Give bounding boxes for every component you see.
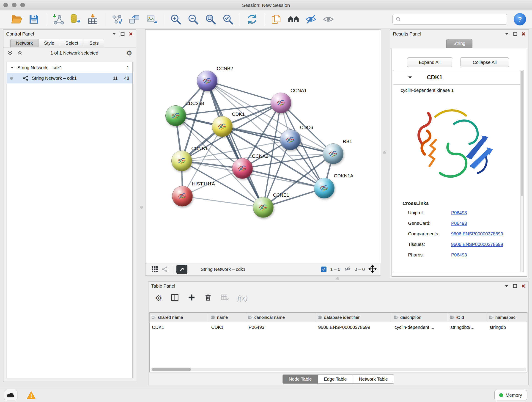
cell-namespace[interactable]: stringdb <box>487 322 527 332</box>
left-splitter-handle[interactable] <box>140 206 143 209</box>
network-node-RB1[interactable] <box>323 143 343 164</box>
window-zoom-button[interactable] <box>20 3 25 7</box>
show-columns-icon[interactable] <box>171 293 179 303</box>
column-header-shared-name[interactable]: shared name <box>150 313 209 322</box>
hidden-eye-icon[interactable] <box>344 265 351 273</box>
zoom-selected-button[interactable] <box>221 13 234 26</box>
pan-crosshair-icon[interactable] <box>368 265 377 274</box>
network-canvas[interactable]: CCNB2CCNA1CDC25BCDK1CDC6RB1CCNB1CCNA2CDK… <box>146 30 381 263</box>
tree-expand-icon[interactable] <box>10 65 14 70</box>
import-table-button[interactable] <box>86 13 99 26</box>
network-node-HIST1H1A[interactable] <box>172 186 193 206</box>
expand-all-networks-icon[interactable] <box>17 50 23 56</box>
column-header-name[interactable]: name <box>209 313 246 322</box>
birds-eye-view-icon[interactable] <box>150 265 160 274</box>
network-node-CDC6[interactable] <box>280 129 301 150</box>
first-neighbors-button[interactable] <box>287 13 300 26</box>
column-header-description[interactable]: description <box>392 313 448 322</box>
network-node-CCNB2[interactable] <box>197 70 217 91</box>
column-header-database-identifier[interactable]: database identifier <box>316 313 392 322</box>
column-header-canonical-name[interactable]: canonical name <box>246 313 316 322</box>
clone-network-button[interactable] <box>128 13 141 26</box>
selected-nodes-checkbox-icon[interactable] <box>321 267 326 272</box>
cell-description[interactable]: cyclin-dependent ... <box>392 322 448 332</box>
network-row[interactable]: String Network – cdk1 11 48 <box>7 73 133 83</box>
show-all-button[interactable] <box>322 13 335 26</box>
bottom-splitter-handle[interactable] <box>336 277 339 280</box>
network-node-CDKN1A[interactable] <box>314 178 335 198</box>
cell-shared-name[interactable]: CDK1 <box>150 322 209 332</box>
column-header-id[interactable]: @id <box>448 313 487 322</box>
network-node-CCNE1[interactable] <box>253 197 273 218</box>
toolbar-search-box[interactable] <box>393 14 507 25</box>
collapse-all-networks-icon[interactable] <box>7 50 13 56</box>
network-node-CDC25B[interactable] <box>165 105 186 126</box>
tab-select[interactable]: Select <box>60 39 84 47</box>
tab-network-table[interactable]: Network Table <box>353 375 394 384</box>
zoom-fit-button[interactable] <box>204 13 217 26</box>
tab-sets[interactable]: Sets <box>84 39 104 47</box>
tab-node-table[interactable]: Node Table <box>283 375 318 384</box>
column-header-namespace[interactable]: namespac <box>487 313 527 322</box>
panel-close-icon[interactable] <box>521 32 526 36</box>
right-splitter-handle[interactable] <box>383 151 386 154</box>
panel-collapse-icon[interactable] <box>504 32 509 36</box>
panel-float-icon[interactable] <box>120 32 125 36</box>
table-row[interactable]: CDK1 CDK1 P06493 9606.ENSP00000378699 cy… <box>150 322 527 332</box>
cell-database-identifier[interactable]: 9606.ENSP00000378699 <box>316 322 392 332</box>
search-input[interactable] <box>403 17 507 22</box>
network-options-gear-icon[interactable]: ⚙ <box>126 49 132 57</box>
genecard-link[interactable]: P06493 <box>451 221 467 226</box>
add-column-icon[interactable] <box>187 293 196 303</box>
network-collection-row[interactable]: String Network – cdk1 1 <box>7 62 133 73</box>
zoom-out-button[interactable] <box>186 13 200 26</box>
help-button[interactable]: ? <box>514 13 526 26</box>
tab-string[interactable]: String <box>446 39 472 48</box>
import-network-from-file-button[interactable] <box>51 13 65 26</box>
export-image-button[interactable] <box>145 13 158 26</box>
new-network-button[interactable] <box>110 13 123 26</box>
pharos-link[interactable]: P06493 <box>451 252 467 258</box>
panel-float-icon[interactable] <box>513 284 517 288</box>
tab-style[interactable]: Style <box>38 39 60 47</box>
delete-column-icon[interactable] <box>204 293 212 303</box>
window-minimize-button[interactable] <box>12 3 17 7</box>
refresh-button[interactable] <box>245 13 259 26</box>
network-node-CCNA1[interactable] <box>271 93 291 113</box>
panel-close-icon[interactable] <box>128 32 133 36</box>
panel-close-icon[interactable] <box>521 284 526 288</box>
table-settings-gear-icon[interactable]: ⚙ <box>155 293 162 303</box>
card-scrollbar[interactable] <box>520 70 524 272</box>
cell-canonical-name[interactable]: P06493 <box>246 322 316 332</box>
copy-documents-button[interactable] <box>269 13 283 26</box>
hide-selected-button[interactable] <box>304 13 317 26</box>
warnings-button[interactable] <box>26 390 37 400</box>
network-graph-icon[interactable] <box>160 265 170 274</box>
window-close-button[interactable] <box>3 3 8 7</box>
compartments-link[interactable]: 9606.ENSP00000378699 <box>451 231 503 236</box>
import-network-from-database-button[interactable] <box>69 13 82 26</box>
cloud-status-button[interactable] <box>4 390 17 400</box>
cell-id[interactable]: stringdb:9... <box>448 322 487 332</box>
card-collapse-icon[interactable] <box>408 75 413 80</box>
panel-collapse-icon[interactable] <box>112 32 117 36</box>
tab-edge-table[interactable]: Edge Table <box>318 375 353 384</box>
cell-name[interactable]: CDK1 <box>209 322 246 332</box>
open-in-window-button[interactable] <box>177 265 187 274</box>
panel-collapse-icon[interactable] <box>504 283 509 288</box>
save-session-button[interactable] <box>27 13 41 26</box>
collapse-all-button[interactable]: Collapse All <box>461 57 509 67</box>
network-node-CCNB1[interactable] <box>171 151 192 171</box>
network-node-CCNA2[interactable] <box>232 158 253 179</box>
panel-float-icon[interactable] <box>513 32 518 36</box>
uniprot-link[interactable]: P06493 <box>451 210 467 216</box>
tissues-link[interactable]: 9606.ENSP00000378699 <box>451 242 503 247</box>
table-horizontal-scrollbar[interactable] <box>151 368 526 371</box>
expand-all-button[interactable]: Expand All <box>407 57 452 67</box>
tab-network[interactable]: Network <box>10 39 38 47</box>
zoom-in-button[interactable] <box>169 13 182 26</box>
network-node-CDK1[interactable] <box>212 116 233 137</box>
open-session-button[interactable] <box>10 13 23 26</box>
memory-button[interactable]: Memory <box>494 390 527 400</box>
crosslink-label: GeneCard: <box>408 221 431 226</box>
